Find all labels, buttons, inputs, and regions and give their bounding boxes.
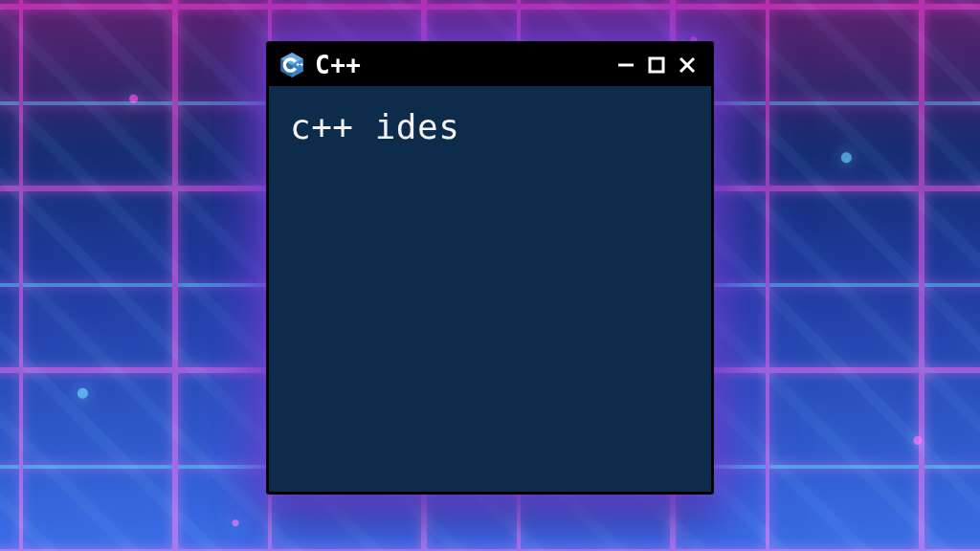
maximize-button[interactable] [644,53,669,77]
svg-rect-8 [650,58,663,72]
cpp-logo-icon [278,52,305,78]
window-title: C++ [315,51,604,79]
titlebar[interactable]: C++ [269,44,711,86]
svg-rect-6 [301,63,302,66]
svg-rect-4 [298,63,299,66]
editor-content[interactable]: c++ ides [269,86,711,492]
minimize-button[interactable] [613,53,638,77]
application-window: C++ c++ ides [267,42,713,494]
close-button[interactable] [675,53,700,77]
window-controls [613,53,700,77]
content-text: c++ ides [290,107,459,146]
